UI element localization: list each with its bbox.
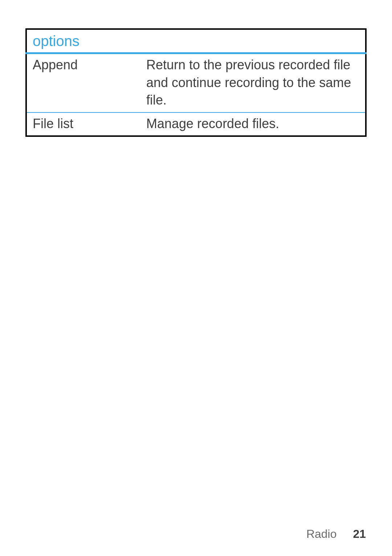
page: options Append Return to the previous re… bbox=[0, 0, 392, 556]
table-row: Append Return to the previous recorded f… bbox=[26, 53, 366, 113]
option-label: Append bbox=[26, 53, 140, 113]
options-table: options Append Return to the previous re… bbox=[25, 28, 367, 137]
option-label: File list bbox=[26, 113, 140, 136]
option-description: Return to the previous recorded file and… bbox=[140, 53, 366, 113]
footer-page-number: 21 bbox=[353, 527, 366, 540]
option-description: Manage recorded files. bbox=[140, 113, 366, 136]
table-header-cell: options bbox=[26, 29, 366, 53]
table-row: File list Manage recorded files. bbox=[26, 113, 366, 136]
table-header-row: options bbox=[26, 29, 366, 53]
footer-section: Radio bbox=[306, 527, 337, 540]
page-footer: Radio 21 bbox=[306, 527, 366, 541]
